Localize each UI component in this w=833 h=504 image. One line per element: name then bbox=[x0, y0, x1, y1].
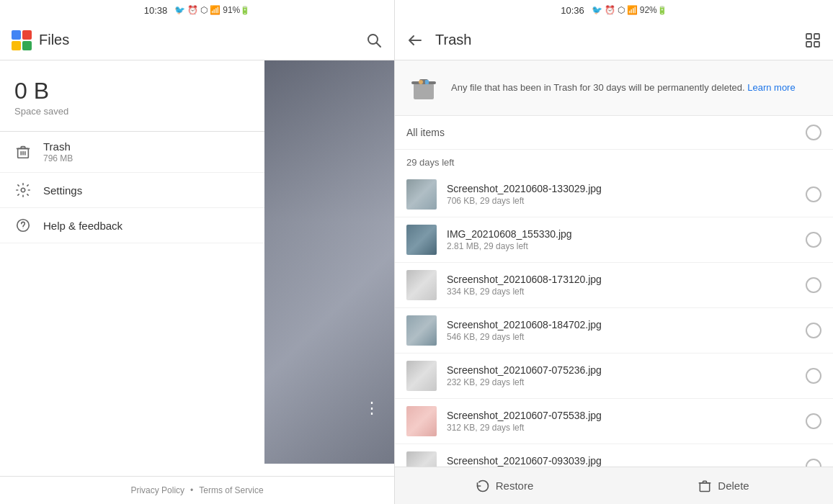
terms-link[interactable]: Terms of Service bbox=[199, 485, 263, 495]
file-info-3: Screenshot_20210608-184702.jpg 546 KB, 2… bbox=[447, 319, 800, 342]
bluetooth-icon: ⬡ bbox=[200, 5, 208, 15]
svg-rect-3 bbox=[22, 41, 32, 50]
svg-point-24 bbox=[419, 80, 423, 84]
right-status-bar: 10:36 🐦 ⏰ ⬡ 📶 92%🔋 bbox=[395, 0, 833, 20]
svg-point-23 bbox=[428, 86, 431, 89]
delete-button[interactable]: Delete bbox=[614, 467, 833, 504]
privacy-link[interactable]: Privacy Policy bbox=[130, 485, 184, 495]
help-nav-icon bbox=[14, 217, 32, 234]
notice-text: Any file that has been in Trash for 30 d… bbox=[451, 81, 796, 95]
svg-rect-1 bbox=[22, 30, 32, 40]
right-header: Trash bbox=[395, 20, 833, 60]
file-info-4: Screenshot_20210607-075236.jpg 232 KB, 2… bbox=[447, 364, 800, 387]
file-meta-0: 706 KB, 29 days left bbox=[447, 196, 800, 206]
file-list: All items 29 days left Screenshot_202106… bbox=[395, 116, 833, 467]
svg-rect-0 bbox=[12, 30, 21, 40]
svg-point-13 bbox=[23, 228, 24, 229]
svg-rect-25 bbox=[425, 80, 429, 84]
left-footer: Privacy Policy • Terms of Service bbox=[0, 476, 394, 504]
file-name-4: Screenshot_20210607-075236.jpg bbox=[447, 364, 800, 376]
file-name-2: Screenshot_20210608-173120.jpg bbox=[447, 274, 800, 285]
svg-rect-18 bbox=[414, 84, 434, 99]
file-info-5: Screenshot_20210607-075538.jpg 312 KB, 2… bbox=[447, 410, 800, 433]
battery-icon-left: 91%🔋 bbox=[223, 5, 250, 15]
file-thumb-6 bbox=[406, 451, 437, 467]
svg-rect-26 bbox=[700, 482, 710, 491]
search-button[interactable] bbox=[365, 32, 383, 49]
svg-rect-14 bbox=[806, 34, 811, 39]
left-header: Files bbox=[0, 20, 394, 60]
file-row[interactable]: IMG_20210608_155330.jpg 2.81 MB, 29 days… bbox=[395, 217, 833, 263]
file-row[interactable]: Screenshot_20210607-093039.jpg 602 KB, 2… bbox=[395, 444, 833, 467]
file-info-1: IMG_20210608_155330.jpg 2.81 MB, 29 days… bbox=[447, 228, 800, 251]
restore-label: Restore bbox=[496, 480, 534, 492]
file-info-6: Screenshot_20210607-093039.jpg 602 KB, 2… bbox=[447, 455, 800, 467]
file-radio-0[interactable] bbox=[806, 186, 821, 202]
svg-rect-15 bbox=[814, 34, 819, 39]
footer-dot: • bbox=[190, 485, 193, 495]
app-logo bbox=[12, 30, 32, 50]
file-thumb-4 bbox=[406, 361, 437, 391]
left-status-icons: 🐦 ⏰ ⬡ 📶 91%🔋 bbox=[174, 5, 250, 15]
left-time: 10:38 bbox=[144, 5, 168, 16]
help-nav-content: Help & feedback bbox=[43, 220, 122, 232]
signal-icon: 📶 bbox=[210, 5, 220, 15]
file-meta-1: 2.81 MB, 29 days left bbox=[447, 241, 800, 251]
page-title: Trash bbox=[435, 32, 804, 48]
svg-rect-17 bbox=[814, 42, 819, 47]
right-time: 10:36 bbox=[561, 5, 584, 16]
back-button[interactable] bbox=[406, 32, 424, 49]
app-title: Files bbox=[39, 32, 69, 48]
file-thumb-2 bbox=[406, 270, 437, 300]
left-panel: 10:38 🐦 ⏰ ⬡ 📶 91%🔋 Files bbox=[0, 0, 395, 504]
file-row[interactable]: Screenshot_20210607-075236.jpg 232 KB, 2… bbox=[395, 354, 833, 399]
file-name-0: Screenshot_20210608-133029.jpg bbox=[447, 183, 800, 194]
trash-nav-label: Trash bbox=[43, 140, 73, 153]
delete-label: Delete bbox=[718, 480, 749, 492]
file-radio-6[interactable] bbox=[806, 459, 821, 467]
file-meta-2: 334 KB, 29 days left bbox=[447, 287, 800, 297]
trash-icon-large bbox=[406, 71, 441, 105]
svg-rect-16 bbox=[806, 42, 811, 47]
grid-view-button[interactable] bbox=[804, 32, 821, 49]
file-radio-5[interactable] bbox=[806, 413, 821, 429]
file-thumb-1 bbox=[406, 225, 437, 255]
file-name-6: Screenshot_20210607-093039.jpg bbox=[447, 455, 800, 467]
svg-point-22 bbox=[422, 86, 424, 88]
notice-banner: Any file that has been in Trash for 30 d… bbox=[395, 60, 833, 116]
twitter-icon: 🐦 bbox=[174, 5, 185, 15]
file-name-1: IMG_20210608_155330.jpg bbox=[447, 228, 800, 240]
file-row[interactable]: Screenshot_20210607-075538.jpg 312 KB, 2… bbox=[395, 399, 833, 444]
all-items-row[interactable]: All items bbox=[395, 116, 833, 150]
file-row[interactable]: Screenshot_20210608-184702.jpg 546 KB, 2… bbox=[395, 308, 833, 354]
all-items-radio[interactable] bbox=[806, 125, 821, 140]
file-meta-3: 546 KB, 29 days left bbox=[447, 332, 800, 342]
settings-nav-icon bbox=[14, 181, 32, 199]
trash-nav-sub: 796 MB bbox=[43, 153, 73, 163]
right-battery-icon: 92%🔋 bbox=[640, 5, 667, 15]
learn-more-link[interactable]: Learn more bbox=[747, 82, 795, 93]
svg-point-11 bbox=[21, 188, 25, 192]
file-name-5: Screenshot_20210607-075538.jpg bbox=[447, 410, 800, 421]
all-items-label: All items bbox=[406, 127, 800, 138]
file-thumb-5 bbox=[406, 406, 437, 436]
file-row[interactable]: Screenshot_20210608-133029.jpg 706 KB, 2… bbox=[395, 172, 833, 217]
file-row[interactable]: Screenshot_20210608-173120.jpg 334 KB, 2… bbox=[395, 263, 833, 308]
right-status-icons: 🐦 ⏰ ⬡ 📶 92%🔋 bbox=[592, 5, 667, 15]
left-status-bar: 10:38 🐦 ⏰ ⬡ 📶 91%🔋 bbox=[0, 0, 394, 20]
file-meta-4: 232 KB, 29 days left bbox=[447, 377, 800, 387]
right-twitter-icon: 🐦 bbox=[592, 5, 602, 15]
alarm-icon: ⏰ bbox=[187, 5, 198, 15]
file-info-0: Screenshot_20210608-133029.jpg 706 KB, 2… bbox=[447, 183, 800, 206]
svg-point-21 bbox=[416, 88, 419, 91]
settings-nav-content: Settings bbox=[43, 184, 82, 197]
file-info-2: Screenshot_20210608-173120.jpg 334 KB, 2… bbox=[447, 274, 800, 297]
section-header: 29 days left bbox=[395, 150, 833, 172]
file-radio-4[interactable] bbox=[806, 368, 821, 384]
restore-button[interactable]: Restore bbox=[395, 467, 614, 504]
more-button[interactable]: ⋮ bbox=[364, 399, 380, 418]
right-panel: 10:36 🐦 ⏰ ⬡ 📶 92%🔋 Trash bbox=[395, 0, 833, 504]
file-radio-1[interactable] bbox=[806, 232, 821, 248]
file-radio-2[interactable] bbox=[806, 277, 821, 293]
file-radio-3[interactable] bbox=[806, 323, 821, 338]
